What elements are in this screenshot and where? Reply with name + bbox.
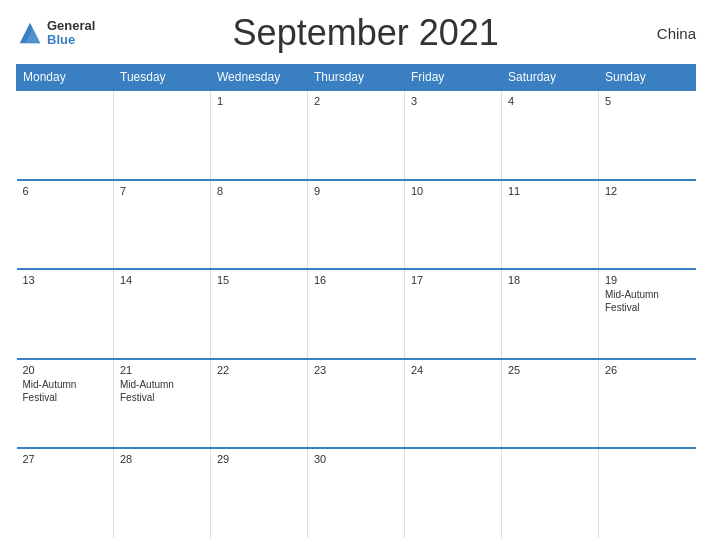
- week-row-2: 6789101112: [17, 180, 696, 270]
- day-number: 23: [314, 364, 398, 376]
- day-number: 8: [217, 185, 301, 197]
- day-cell: 11: [502, 180, 599, 270]
- logo-blue-text: Blue: [47, 33, 95, 47]
- day-cell: 3: [405, 90, 502, 180]
- day-cell: 21Mid-Autumn Festival: [114, 359, 211, 449]
- calendar-container: General Blue September 2021 China Monday…: [0, 0, 712, 550]
- day-cell: 10: [405, 180, 502, 270]
- header-monday: Monday: [17, 65, 114, 91]
- day-number: 20: [23, 364, 108, 376]
- day-cell: 20Mid-Autumn Festival: [17, 359, 114, 449]
- event-label: Mid-Autumn Festival: [23, 378, 108, 404]
- calendar-title: September 2021: [95, 12, 636, 54]
- day-cell: 27: [17, 448, 114, 538]
- day-number: 4: [508, 95, 592, 107]
- day-cell: 15: [211, 269, 308, 359]
- logo-general-text: General: [47, 19, 95, 33]
- day-cell: [502, 448, 599, 538]
- calendar-table: Monday Tuesday Wednesday Thursday Friday…: [16, 64, 696, 538]
- day-cell: [405, 448, 502, 538]
- day-cell: 7: [114, 180, 211, 270]
- day-number: 28: [120, 453, 204, 465]
- day-cell: 18: [502, 269, 599, 359]
- week-row-3: 13141516171819Mid-Autumn Festival: [17, 269, 696, 359]
- day-number: 30: [314, 453, 398, 465]
- header-tuesday: Tuesday: [114, 65, 211, 91]
- day-number: 5: [605, 95, 690, 107]
- country-label: China: [636, 25, 696, 42]
- day-cell: [17, 90, 114, 180]
- day-number: 10: [411, 185, 495, 197]
- header-saturday: Saturday: [502, 65, 599, 91]
- day-number: 27: [23, 453, 108, 465]
- day-number: 22: [217, 364, 301, 376]
- day-number: 29: [217, 453, 301, 465]
- day-number: 14: [120, 274, 204, 286]
- day-number: 6: [23, 185, 108, 197]
- day-cell: 2: [308, 90, 405, 180]
- day-cell: 30: [308, 448, 405, 538]
- logo-icon: [16, 19, 44, 47]
- day-cell: 24: [405, 359, 502, 449]
- day-number: 24: [411, 364, 495, 376]
- day-number: 9: [314, 185, 398, 197]
- week-row-5: 27282930: [17, 448, 696, 538]
- day-number: 13: [23, 274, 108, 286]
- day-cell: 8: [211, 180, 308, 270]
- day-cell: [114, 90, 211, 180]
- day-number: 21: [120, 364, 204, 376]
- day-cell: 6: [17, 180, 114, 270]
- week-row-4: 20Mid-Autumn Festival21Mid-Autumn Festiv…: [17, 359, 696, 449]
- day-cell: 14: [114, 269, 211, 359]
- day-number: 12: [605, 185, 690, 197]
- day-cell: 26: [599, 359, 696, 449]
- day-number: 16: [314, 274, 398, 286]
- day-number: 15: [217, 274, 301, 286]
- day-number: 25: [508, 364, 592, 376]
- day-number: 2: [314, 95, 398, 107]
- day-cell: 12: [599, 180, 696, 270]
- day-number: 1: [217, 95, 301, 107]
- week-row-1: 12345: [17, 90, 696, 180]
- day-cell: 5: [599, 90, 696, 180]
- day-cell: 23: [308, 359, 405, 449]
- day-cell: 22: [211, 359, 308, 449]
- event-label: Mid-Autumn Festival: [120, 378, 204, 404]
- day-cell: 13: [17, 269, 114, 359]
- logo: General Blue: [16, 19, 95, 48]
- header-wednesday: Wednesday: [211, 65, 308, 91]
- day-number: 11: [508, 185, 592, 197]
- day-number: 18: [508, 274, 592, 286]
- day-cell: 25: [502, 359, 599, 449]
- day-cell: 1: [211, 90, 308, 180]
- header-friday: Friday: [405, 65, 502, 91]
- day-number: 17: [411, 274, 495, 286]
- weekday-header-row: Monday Tuesday Wednesday Thursday Friday…: [17, 65, 696, 91]
- day-number: 3: [411, 95, 495, 107]
- day-number: 7: [120, 185, 204, 197]
- header-thursday: Thursday: [308, 65, 405, 91]
- day-cell: 29: [211, 448, 308, 538]
- day-cell: 28: [114, 448, 211, 538]
- event-label: Mid-Autumn Festival: [605, 288, 690, 314]
- day-cell: 16: [308, 269, 405, 359]
- day-cell: 4: [502, 90, 599, 180]
- header: General Blue September 2021 China: [16, 12, 696, 54]
- day-cell: 19Mid-Autumn Festival: [599, 269, 696, 359]
- day-cell: [599, 448, 696, 538]
- day-cell: 17: [405, 269, 502, 359]
- day-number: 26: [605, 364, 690, 376]
- day-cell: 9: [308, 180, 405, 270]
- header-sunday: Sunday: [599, 65, 696, 91]
- day-number: 19: [605, 274, 690, 286]
